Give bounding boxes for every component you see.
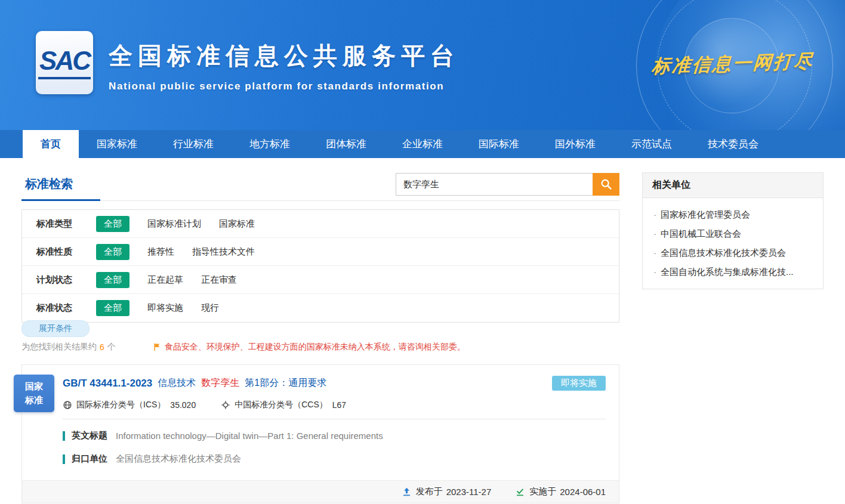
filter-all-button[interactable]: 全部 [96, 300, 129, 316]
status-badge: 即将实施 [552, 376, 606, 391]
filter-all-button[interactable]: 全部 [96, 272, 129, 288]
site-title: 全国标准信息公共服务平台 [109, 39, 459, 72]
related-units-list: 国家标准化管理委员会 中国机械工业联合会 全国信息技术标准化技术委员会 全国自动… [643, 198, 823, 289]
published-label: 发布于 [416, 486, 443, 497]
nav-item-national-standards[interactable]: 国家标准 [79, 130, 155, 158]
sac-logo[interactable]: SAC [36, 31, 93, 94]
nav-item-enterprise-standards[interactable]: 企业标准 [384, 130, 461, 158]
filter-label: 计划状态 [36, 274, 96, 286]
implemented-date-item: 实施于 2024-06-01 [515, 486, 606, 497]
sidebar-item-automation-committee[interactable]: 全国自动化系统与集成标准化技... [651, 259, 815, 278]
english-title-value: Information technology—Digital twin—Part… [116, 431, 383, 441]
sac-logo-text: SAC [38, 46, 91, 79]
related-units-panel: 相关单位 国家标准化管理委员会 中国机械工业联合会 全国信息技术标准化技术委员会… [642, 172, 824, 289]
field-accent-bar [63, 431, 65, 441]
search-section: 标准检索 [21, 172, 619, 201]
filter-all-button[interactable]: 全部 [96, 216, 129, 232]
search-button[interactable] [593, 173, 619, 196]
result-meta-row: 国际标准分类号（ICS） 35.020 [63, 400, 606, 410]
filter-panel: 标准类型 全部 国家标准计划 国家标准 标准性质 全部 推荐性 指导性技术文件 … [21, 209, 619, 323]
filter-option[interactable]: 正在起草 [147, 274, 183, 286]
filter-all-button[interactable]: 全部 [96, 244, 129, 260]
main-nav: 首页 国家标准 行业标准 地方标准 团体标准 企业标准 国际标准 国外标准 示范… [0, 130, 845, 158]
field-rows: 英文标题 Information technology—Digital twin… [63, 419, 606, 480]
published-date-item: 发布于 2023-11-27 [402, 486, 492, 497]
site-header: SAC 全国标准信息公共服务平台 National public service… [0, 0, 845, 130]
field-accent-bar [63, 454, 65, 464]
filter-option[interactable]: 推荐性 [147, 246, 174, 258]
related-units-title: 相关单位 [643, 173, 823, 198]
ics-meta: 国际标准分类号（ICS） 35.020 [63, 400, 196, 410]
filter-option[interactable]: 正在审查 [201, 274, 237, 286]
standard-code-link[interactable]: GB/T 43441.1-2023 [63, 378, 152, 389]
sidebar-item-machinery-federation[interactable]: 中国机械工业联合会 [651, 221, 815, 240]
left-column: 标准检索 标准类型 全部 国家标准计划 国家标准 [21, 172, 619, 503]
main-content: 标准检索 标准类型 全部 国家标准计划 国家标准 [0, 158, 845, 503]
filter-option[interactable]: 国家标准 [219, 218, 255, 230]
filter-row-standard-nature: 标准性质 全部 推荐性 指导性技术文件 [22, 238, 619, 266]
nav-item-home[interactable]: 首页 [23, 130, 79, 158]
site-title-block: 全国标准信息公共服务平台 National public service pla… [109, 39, 459, 92]
search-icon [600, 178, 613, 191]
nav-item-group-standards[interactable]: 团体标准 [308, 130, 384, 158]
filter-row-standard-type: 标准类型 全部 国家标准计划 国家标准 [22, 210, 619, 238]
committee-value: 全国信息技术标准化技术委员会 [116, 453, 241, 465]
globe-icon [63, 400, 72, 410]
result-card: 国家 标准 GB/T 43441.1-2023 信息技术 数字孪生 第1部分：通… [21, 364, 619, 503]
filter-row-plan-status: 计划状态 全部 正在起草 正在审查 [22, 266, 619, 294]
nav-item-industry-standards[interactable]: 行业标准 [155, 130, 232, 158]
ccs-meta: 中国标准分类号（CCS） L67 [221, 400, 346, 410]
flag-icon [153, 342, 162, 352]
standard-title-part2[interactable]: 第1部分：通用要求 [245, 377, 326, 389]
nav-item-technical-committee[interactable]: 技术委员会 [690, 130, 776, 158]
filter-label: 标准性质 [36, 246, 96, 258]
english-title-label: 英文标题 [72, 430, 107, 441]
committee-label: 归口单位 [72, 453, 107, 465]
filter-label: 标准状态 [36, 302, 96, 314]
sidebar-item-it-standardization-committee[interactable]: 全国信息技术标准化技术委员会 [651, 240, 815, 259]
ics-value: 35.020 [170, 400, 196, 410]
category-badge: 国家 标准 [14, 375, 54, 412]
implement-icon [515, 487, 529, 497]
result-title-row: GB/T 43441.1-2023 信息技术 数字孪生 第1部分：通用要求 即将… [63, 376, 606, 391]
crosshair-icon [221, 400, 230, 410]
committee-row: 归口单位 全国信息技术标准化技术委员会 [63, 453, 606, 465]
ccs-value: L67 [332, 400, 346, 410]
notice-text: 食品安全、环境保护、工程建设方面的国家标准未纳入本系统，请咨询相关部委。 [165, 342, 465, 353]
sidebar-item-sac[interactable]: 国家标准化管理委员会 [651, 202, 815, 221]
category-badge-line1: 国家 [14, 379, 54, 393]
search-input[interactable] [396, 173, 593, 196]
filter-option[interactable]: 国家标准计划 [147, 218, 201, 230]
results-summary-prefix: 为您找到相关结果约 [21, 342, 97, 353]
english-title-row: 英文标题 Information technology—Digital twin… [63, 430, 606, 441]
results-summary-suffix: 个 [107, 342, 116, 353]
filter-option[interactable]: 现行 [201, 302, 219, 314]
publish-icon [402, 487, 416, 497]
nav-item-local-standards[interactable]: 地方标准 [232, 130, 308, 158]
filter-option[interactable]: 即将实施 [147, 302, 183, 314]
results-summary-row: 为您找到相关结果约 6 个 食品安全、环境保护、工程建设方面的国家标准未纳入本系… [21, 342, 619, 353]
standard-title-part1[interactable]: 信息技术 [158, 377, 196, 389]
nav-item-foreign-standards[interactable]: 国外标准 [537, 130, 613, 158]
filter-row-standard-status: 标准状态 全部 即将实施 现行 [22, 294, 619, 322]
published-date: 2023-11-27 [446, 487, 492, 497]
page-title: 标准检索 [21, 172, 100, 201]
filter-label: 标准类型 [36, 218, 96, 230]
standard-title-highlight[interactable]: 数字孪生 [201, 377, 239, 389]
result-card-footer: 发布于 2023-11-27 实施于 2024-06-01 [22, 480, 619, 503]
ics-label: 国际标准分类号（ICS） [76, 400, 165, 410]
implemented-date: 2024-06-01 [560, 487, 606, 497]
right-column: 相关单位 国家标准化管理委员会 中国机械工业联合会 全国信息技术标准化技术委员会… [642, 172, 824, 503]
notice: 食品安全、环境保护、工程建设方面的国家标准未纳入本系统，请咨询相关部委。 [153, 342, 465, 353]
ccs-label: 中国标准分类号（CCS） [235, 400, 328, 410]
results-count: 6 [100, 342, 104, 352]
nav-item-international-standards[interactable]: 国际标准 [461, 130, 537, 158]
nav-item-pilot[interactable]: 示范试点 [613, 130, 690, 158]
category-badge-line2: 标准 [14, 393, 54, 407]
filter-option[interactable]: 指导性技术文件 [192, 246, 255, 258]
result-card-body: GB/T 43441.1-2023 信息技术 数字孪生 第1部分：通用要求 即将… [22, 365, 619, 480]
expand-conditions-button[interactable]: 展开条件 [21, 320, 90, 337]
search-box [396, 173, 619, 196]
implemented-label: 实施于 [529, 486, 556, 497]
site-subtitle: National public service platform for sta… [109, 81, 459, 92]
